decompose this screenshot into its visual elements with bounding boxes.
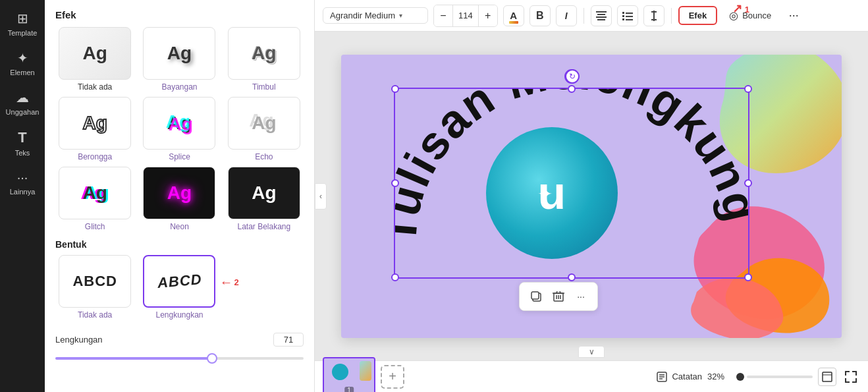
bentuk-lengkungkan[interactable]: ABCD Lengkungkan ← 2 [140, 255, 219, 320]
floating-toolbar: ··· [519, 282, 598, 311]
effect-bayangan[interactable]: Ag Bayangan [140, 27, 219, 92]
thumb-circle [332, 364, 348, 380]
svg-rect-8 [622, 18, 624, 20]
effect-ag-text-splice: Ag Ag Ag [167, 113, 192, 134]
catatan-button[interactable]: Catatan [656, 371, 702, 383]
font-selector[interactable]: Agrandir Medium ▾ [323, 7, 428, 24]
effect-berongga[interactable]: Ag Berongga [55, 97, 134, 161]
align-icon [596, 11, 607, 20]
lengkungan-value[interactable]: 71 [273, 333, 304, 347]
bounce-button[interactable]: ◎ Bounce [722, 6, 778, 25]
effect-label-tidak-ada: Tidak ada [78, 82, 112, 92]
add-page-button[interactable]: + [381, 365, 404, 389]
unggahan-icon: ☁ [16, 90, 29, 105]
effect-label-bayangan: Bayangan [161, 82, 197, 92]
font-name: Agrandir Medium [330, 11, 395, 20]
lengkungan-row: Lengkungan 71 [55, 333, 304, 347]
effect-box-splice: Ag Ag Ag [143, 97, 215, 150]
float-more-button[interactable]: ··· [571, 287, 591, 306]
font-size-control: − 114 + [433, 5, 498, 27]
outer-rotate-handle[interactable]: ↻ [565, 69, 580, 84]
spacing-icon [649, 11, 659, 21]
effect-ag-text-echo: Ag [252, 113, 276, 134]
spacing-button[interactable] [643, 5, 665, 26]
logo-stars: ✦ [537, 183, 553, 205]
italic-button[interactable]: I [556, 5, 577, 26]
effect-timbul[interactable]: Ag Timbul [225, 27, 304, 92]
effect-box-echo: Ag [228, 97, 300, 150]
color-text-icon: A [510, 10, 517, 21]
effect-latar-belakang[interactable]: Ag Latar Belakang [225, 167, 304, 231]
sidebar-item-teks[interactable]: T Teks [3, 124, 42, 162]
bentuk-box-tidak-ada: ABCD [59, 255, 131, 308]
effect-echo[interactable]: Ag Echo [225, 97, 304, 161]
align-button[interactable] [591, 5, 612, 26]
canvas-toggle-left[interactable]: ‹ [315, 183, 327, 210]
more-button[interactable]: ··· [783, 5, 804, 26]
elemen-icon: ✦ [17, 50, 28, 66]
bentuk-label-tidak-ada: Tidak ada [78, 310, 112, 320]
effect-box-tidak-ada: Ag [59, 27, 131, 80]
font-size-plus[interactable]: + [479, 5, 497, 26]
effect-label-latar: Latar Belakang [237, 222, 290, 231]
page-icon[interactable] [818, 368, 836, 386]
rotate-icon[interactable]: ↻ [565, 69, 580, 84]
font-size-minus[interactable]: − [434, 5, 452, 26]
slider-thumb[interactable] [207, 353, 217, 364]
zoom-percent: 32% [707, 372, 731, 381]
sidebar: ⊞ Template ✦ Elemen ☁ Unggahan T Teks ··… [0, 0, 45, 392]
svg-rect-3 [597, 19, 605, 20]
bentuk-section-title: Bentuk [45, 239, 314, 255]
sidebar-item-elemen-label: Elemen [10, 69, 34, 76]
float-delete-button[interactable] [549, 287, 568, 306]
effect-ag-text-timbul: Ag [252, 43, 276, 64]
effect-label-berongga: Berongga [78, 152, 112, 161]
effect-splice[interactable]: Ag Ag Ag Splice [140, 97, 219, 161]
logo-circle: u ✦ [486, 127, 618, 259]
lengkungan-slider[interactable] [55, 352, 304, 365]
sidebar-item-lainnya-label: Lainnya [10, 188, 36, 196]
bounce-label: Bounce [742, 11, 771, 20]
zoom-slider[interactable] [736, 373, 813, 381]
effect-box-timbul: Ag [228, 27, 300, 80]
toolbar-divider-1 [583, 8, 584, 24]
effect-glitch[interactable]: Ag Glitch [55, 167, 134, 231]
svg-rect-4 [622, 12, 624, 14]
sidebar-item-unggahan[interactable]: ☁ Unggahan [3, 84, 42, 121]
effects-panel-title: Efek [45, 0, 314, 27]
sidebar-item-template[interactable]: ⊞ Template [3, 5, 42, 42]
float-copy-button[interactable] [526, 287, 546, 306]
sidebar-item-teks-label: Teks [15, 149, 30, 157]
effect-neon[interactable]: Ag Neon [140, 167, 219, 231]
list-button[interactable] [617, 5, 638, 26]
thumbnails-bar: 1 + [323, 357, 404, 393]
canvas-toggle-bottom[interactable]: ∨ [578, 346, 605, 358]
effect-ag-text-berongga: Ag [82, 113, 107, 134]
bold-button[interactable]: B [529, 5, 551, 26]
svg-rect-0 [596, 11, 607, 13]
effect-box-latar: Ag [228, 167, 300, 219]
thumbnail-1[interactable]: 1 [323, 357, 375, 393]
svg-line-22 [560, 291, 560, 293]
sidebar-item-lainnya[interactable]: ··· Lainnya [3, 165, 42, 201]
effect-box-glitch: Ag [59, 167, 131, 219]
effects-panel: Efek Ag Tidak ada Ag Bayangan Ag Timbul [45, 0, 315, 392]
list-icon [622, 11, 633, 20]
effect-ag-text-neon: Ag [167, 182, 192, 204]
effect-tidak-ada[interactable]: Ag Tidak ada [55, 27, 134, 92]
efek-button[interactable]: Efek [678, 6, 717, 25]
svg-rect-6 [622, 15, 624, 17]
teks-icon: T [18, 129, 26, 146]
zoom-dot [736, 373, 744, 381]
font-size-value[interactable]: 114 [452, 5, 479, 26]
expand-button[interactable] [842, 368, 860, 386]
zoom-track[interactable] [747, 376, 813, 378]
effect-label-splice: Splice [169, 152, 190, 161]
svg-rect-15 [531, 292, 539, 299]
effect-box-neon: Ag [143, 167, 215, 219]
svg-rect-27 [823, 372, 832, 381]
color-button[interactable]: A [503, 5, 524, 26]
sidebar-item-elemen[interactable]: ✦ Elemen [3, 45, 42, 82]
arrow-annotation-2: ← 2 [219, 275, 238, 290]
bentuk-tidak-ada[interactable]: ABCD Tidak ada [55, 255, 134, 320]
